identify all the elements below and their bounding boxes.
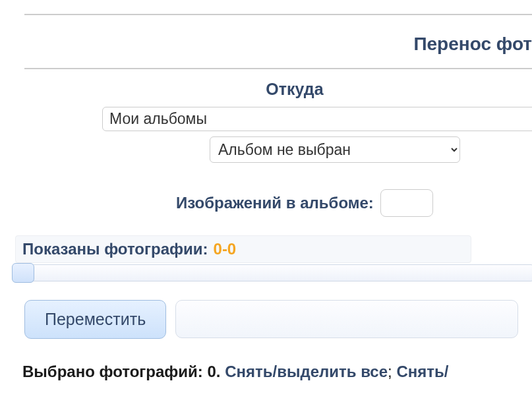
images-count-label: Изображений в альбоме: bbox=[176, 194, 374, 212]
albums-input[interactable] bbox=[102, 107, 532, 131]
page-title: Перенос фот bbox=[24, 15, 532, 68]
album-select[interactable]: Альбом не выбран bbox=[210, 136, 460, 163]
shown-value: 0-0 bbox=[214, 240, 237, 258]
divider-mid bbox=[24, 68, 532, 69]
select-all-link[interactable]: Снять/выделить все bbox=[225, 363, 388, 380]
shown-label: Показаны фотографии: bbox=[22, 240, 208, 258]
selected-label: Выбрано фотографий: bbox=[22, 363, 208, 380]
photo-range-slider[interactable] bbox=[13, 264, 532, 281]
shown-row: Показаны фотографии: 0-0 bbox=[15, 235, 471, 263]
secondary-button[interactable] bbox=[175, 300, 518, 338]
slider-thumb[interactable] bbox=[12, 263, 34, 283]
separator: ; bbox=[388, 363, 396, 380]
move-button[interactable]: Переместить bbox=[24, 300, 166, 339]
from-label: Откуда bbox=[24, 80, 532, 99]
slider-track[interactable] bbox=[13, 264, 532, 281]
selected-summary: Выбрано фотографий: 0. Снять/выделить вс… bbox=[22, 363, 532, 381]
select-trail-link[interactable]: Снять/ bbox=[396, 363, 448, 380]
selected-count: 0. bbox=[208, 363, 221, 380]
images-count-value bbox=[380, 189, 433, 217]
